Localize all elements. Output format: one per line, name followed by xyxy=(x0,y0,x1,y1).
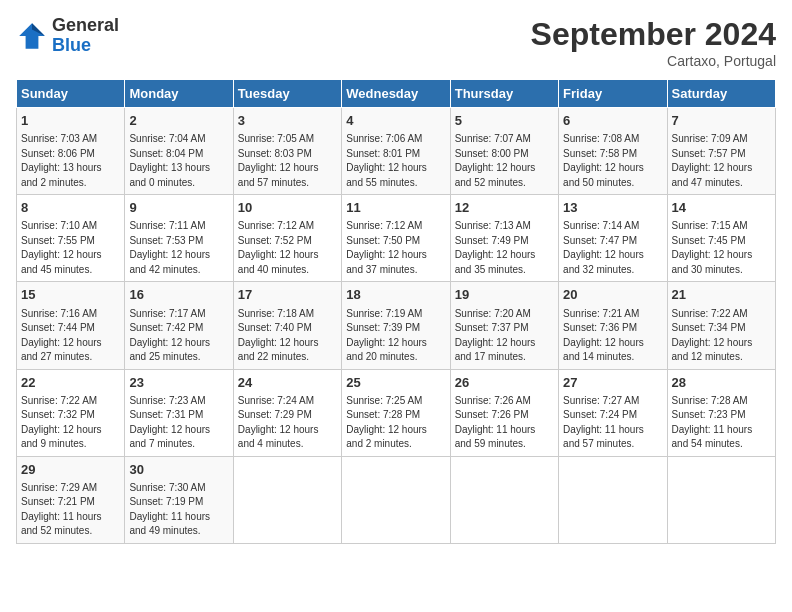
day-cell: 17Sunrise: 7:18 AMSunset: 7:40 PMDayligh… xyxy=(233,282,341,369)
day-cell xyxy=(342,456,450,543)
day-number: 29 xyxy=(21,461,120,479)
day-cell: 23Sunrise: 7:23 AMSunset: 7:31 PMDayligh… xyxy=(125,369,233,456)
day-info: Sunrise: 7:06 AMSunset: 8:01 PMDaylight:… xyxy=(346,132,445,190)
day-number: 4 xyxy=(346,112,445,130)
day-cell xyxy=(450,456,558,543)
day-info: Sunrise: 7:10 AMSunset: 7:55 PMDaylight:… xyxy=(21,219,120,277)
col-header-friday: Friday xyxy=(559,80,667,108)
day-info: Sunrise: 7:22 AMSunset: 7:34 PMDaylight:… xyxy=(672,307,771,365)
day-cell: 19Sunrise: 7:20 AMSunset: 7:37 PMDayligh… xyxy=(450,282,558,369)
day-number: 10 xyxy=(238,199,337,217)
day-cell: 2Sunrise: 7:04 AMSunset: 8:04 PMDaylight… xyxy=(125,108,233,195)
day-info: Sunrise: 7:17 AMSunset: 7:42 PMDaylight:… xyxy=(129,307,228,365)
day-cell: 9Sunrise: 7:11 AMSunset: 7:53 PMDaylight… xyxy=(125,195,233,282)
day-number: 26 xyxy=(455,374,554,392)
day-info: Sunrise: 7:26 AMSunset: 7:26 PMDaylight:… xyxy=(455,394,554,452)
day-cell: 10Sunrise: 7:12 AMSunset: 7:52 PMDayligh… xyxy=(233,195,341,282)
day-info: Sunrise: 7:12 AMSunset: 7:50 PMDaylight:… xyxy=(346,219,445,277)
day-number: 15 xyxy=(21,286,120,304)
day-number: 6 xyxy=(563,112,662,130)
day-info: Sunrise: 7:11 AMSunset: 7:53 PMDaylight:… xyxy=(129,219,228,277)
day-number: 20 xyxy=(563,286,662,304)
calendar-body: 1Sunrise: 7:03 AMSunset: 8:06 PMDaylight… xyxy=(17,108,776,544)
day-cell: 13Sunrise: 7:14 AMSunset: 7:47 PMDayligh… xyxy=(559,195,667,282)
day-cell: 11Sunrise: 7:12 AMSunset: 7:50 PMDayligh… xyxy=(342,195,450,282)
day-cell xyxy=(667,456,775,543)
day-cell: 25Sunrise: 7:25 AMSunset: 7:28 PMDayligh… xyxy=(342,369,450,456)
day-info: Sunrise: 7:28 AMSunset: 7:23 PMDaylight:… xyxy=(672,394,771,452)
day-info: Sunrise: 7:13 AMSunset: 7:49 PMDaylight:… xyxy=(455,219,554,277)
day-number: 21 xyxy=(672,286,771,304)
day-cell: 14Sunrise: 7:15 AMSunset: 7:45 PMDayligh… xyxy=(667,195,775,282)
day-number: 5 xyxy=(455,112,554,130)
day-number: 17 xyxy=(238,286,337,304)
day-cell: 24Sunrise: 7:24 AMSunset: 7:29 PMDayligh… xyxy=(233,369,341,456)
day-number: 9 xyxy=(129,199,228,217)
week-row-3: 15Sunrise: 7:16 AMSunset: 7:44 PMDayligh… xyxy=(17,282,776,369)
day-number: 27 xyxy=(563,374,662,392)
day-info: Sunrise: 7:24 AMSunset: 7:29 PMDaylight:… xyxy=(238,394,337,452)
day-info: Sunrise: 7:19 AMSunset: 7:39 PMDaylight:… xyxy=(346,307,445,365)
day-number: 16 xyxy=(129,286,228,304)
day-info: Sunrise: 7:14 AMSunset: 7:47 PMDaylight:… xyxy=(563,219,662,277)
location: Cartaxo, Portugal xyxy=(531,53,776,69)
day-number: 7 xyxy=(672,112,771,130)
day-number: 23 xyxy=(129,374,228,392)
day-number: 25 xyxy=(346,374,445,392)
day-info: Sunrise: 7:05 AMSunset: 8:03 PMDaylight:… xyxy=(238,132,337,190)
day-number: 30 xyxy=(129,461,228,479)
calendar-table: SundayMondayTuesdayWednesdayThursdayFrid… xyxy=(16,79,776,544)
day-info: Sunrise: 7:04 AMSunset: 8:04 PMDaylight:… xyxy=(129,132,228,190)
col-header-wednesday: Wednesday xyxy=(342,80,450,108)
col-header-tuesday: Tuesday xyxy=(233,80,341,108)
col-header-saturday: Saturday xyxy=(667,80,775,108)
day-info: Sunrise: 7:18 AMSunset: 7:40 PMDaylight:… xyxy=(238,307,337,365)
day-number: 8 xyxy=(21,199,120,217)
day-cell: 5Sunrise: 7:07 AMSunset: 8:00 PMDaylight… xyxy=(450,108,558,195)
day-cell: 12Sunrise: 7:13 AMSunset: 7:49 PMDayligh… xyxy=(450,195,558,282)
day-cell: 21Sunrise: 7:22 AMSunset: 7:34 PMDayligh… xyxy=(667,282,775,369)
col-header-sunday: Sunday xyxy=(17,80,125,108)
day-cell: 29Sunrise: 7:29 AMSunset: 7:21 PMDayligh… xyxy=(17,456,125,543)
day-cell: 7Sunrise: 7:09 AMSunset: 7:57 PMDaylight… xyxy=(667,108,775,195)
day-info: Sunrise: 7:22 AMSunset: 7:32 PMDaylight:… xyxy=(21,394,120,452)
day-cell xyxy=(559,456,667,543)
day-cell: 1Sunrise: 7:03 AMSunset: 8:06 PMDaylight… xyxy=(17,108,125,195)
day-info: Sunrise: 7:27 AMSunset: 7:24 PMDaylight:… xyxy=(563,394,662,452)
day-cell: 18Sunrise: 7:19 AMSunset: 7:39 PMDayligh… xyxy=(342,282,450,369)
day-cell: 27Sunrise: 7:27 AMSunset: 7:24 PMDayligh… xyxy=(559,369,667,456)
day-info: Sunrise: 7:07 AMSunset: 8:00 PMDaylight:… xyxy=(455,132,554,190)
day-info: Sunrise: 7:15 AMSunset: 7:45 PMDaylight:… xyxy=(672,219,771,277)
day-number: 22 xyxy=(21,374,120,392)
logo-icon xyxy=(16,20,48,52)
header-row: SundayMondayTuesdayWednesdayThursdayFrid… xyxy=(17,80,776,108)
day-cell xyxy=(233,456,341,543)
calendar-header: SundayMondayTuesdayWednesdayThursdayFrid… xyxy=(17,80,776,108)
day-cell: 4Sunrise: 7:06 AMSunset: 8:01 PMDaylight… xyxy=(342,108,450,195)
col-header-thursday: Thursday xyxy=(450,80,558,108)
day-info: Sunrise: 7:03 AMSunset: 8:06 PMDaylight:… xyxy=(21,132,120,190)
week-row-1: 1Sunrise: 7:03 AMSunset: 8:06 PMDaylight… xyxy=(17,108,776,195)
day-number: 14 xyxy=(672,199,771,217)
week-row-5: 29Sunrise: 7:29 AMSunset: 7:21 PMDayligh… xyxy=(17,456,776,543)
day-cell: 26Sunrise: 7:26 AMSunset: 7:26 PMDayligh… xyxy=(450,369,558,456)
day-number: 28 xyxy=(672,374,771,392)
day-info: Sunrise: 7:12 AMSunset: 7:52 PMDaylight:… xyxy=(238,219,337,277)
day-number: 18 xyxy=(346,286,445,304)
day-number: 24 xyxy=(238,374,337,392)
day-info: Sunrise: 7:30 AMSunset: 7:19 PMDaylight:… xyxy=(129,481,228,539)
day-info: Sunrise: 7:08 AMSunset: 7:58 PMDaylight:… xyxy=(563,132,662,190)
day-cell: 6Sunrise: 7:08 AMSunset: 7:58 PMDaylight… xyxy=(559,108,667,195)
day-info: Sunrise: 7:20 AMSunset: 7:37 PMDaylight:… xyxy=(455,307,554,365)
day-number: 11 xyxy=(346,199,445,217)
day-number: 2 xyxy=(129,112,228,130)
week-row-4: 22Sunrise: 7:22 AMSunset: 7:32 PMDayligh… xyxy=(17,369,776,456)
page-header: General Blue September 2024 Cartaxo, Por… xyxy=(16,16,776,69)
day-cell: 30Sunrise: 7:30 AMSunset: 7:19 PMDayligh… xyxy=(125,456,233,543)
day-cell: 16Sunrise: 7:17 AMSunset: 7:42 PMDayligh… xyxy=(125,282,233,369)
day-info: Sunrise: 7:16 AMSunset: 7:44 PMDaylight:… xyxy=(21,307,120,365)
logo-text: General Blue xyxy=(52,16,119,56)
day-cell: 15Sunrise: 7:16 AMSunset: 7:44 PMDayligh… xyxy=(17,282,125,369)
title-block: September 2024 Cartaxo, Portugal xyxy=(531,16,776,69)
day-number: 19 xyxy=(455,286,554,304)
